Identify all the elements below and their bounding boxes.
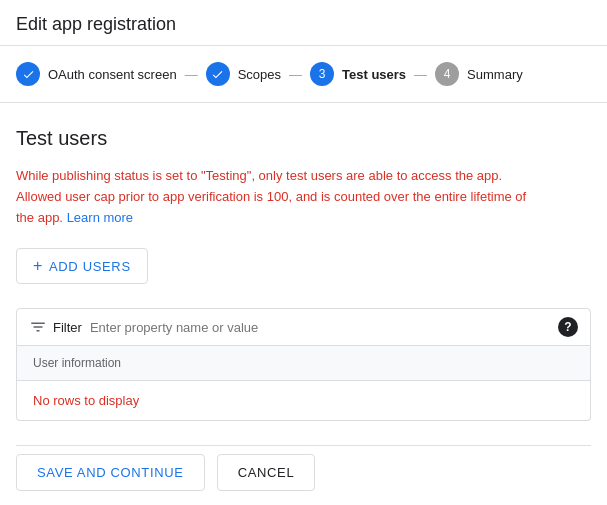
- step-circle-scopes: [206, 62, 230, 86]
- step-oauth[interactable]: OAuth consent screen: [16, 62, 177, 86]
- step-circle-summary: 4: [435, 62, 459, 86]
- main-content: Test users While publishing status is se…: [0, 103, 607, 505]
- step-circle-oauth: [16, 62, 40, 86]
- step-circle-test-users: 3: [310, 62, 334, 86]
- step-scopes[interactable]: Scopes: [206, 62, 281, 86]
- table-header: User information: [17, 346, 590, 381]
- filter-input[interactable]: [90, 320, 558, 335]
- separator-2: —: [289, 67, 302, 82]
- cancel-button[interactable]: CANCEL: [217, 454, 316, 491]
- step-label-scopes: Scopes: [238, 67, 281, 82]
- add-users-button[interactable]: + ADD USERS: [16, 248, 148, 284]
- step-test-users[interactable]: 3 Test users: [310, 62, 406, 86]
- filter-bar: Filter ?: [16, 308, 591, 346]
- step-label-oauth: OAuth consent screen: [48, 67, 177, 82]
- step-label-test-users: Test users: [342, 67, 406, 82]
- section-title: Test users: [16, 127, 591, 150]
- save-and-continue-button[interactable]: SAVE AND CONTINUE: [16, 454, 205, 491]
- table-container: User information No rows to display: [16, 346, 591, 421]
- table-empty-message: No rows to display: [17, 381, 590, 420]
- help-icon[interactable]: ?: [558, 317, 578, 337]
- action-buttons: SAVE AND CONTINUE CANCEL: [16, 445, 591, 499]
- step-summary[interactable]: 4 Summary: [435, 62, 523, 86]
- page-title: Edit app registration: [0, 0, 607, 46]
- info-text: While publishing status is set to "Testi…: [16, 166, 546, 228]
- stepper: OAuth consent screen — Scopes — 3 Test u…: [0, 46, 607, 103]
- plus-icon: +: [33, 257, 43, 275]
- filter-label: Filter: [53, 320, 82, 335]
- separator-1: —: [185, 67, 198, 82]
- learn-more-link[interactable]: Learn more: [67, 210, 133, 225]
- add-users-label: ADD USERS: [49, 259, 131, 274]
- step-label-summary: Summary: [467, 67, 523, 82]
- separator-3: —: [414, 67, 427, 82]
- filter-icon: [29, 318, 47, 336]
